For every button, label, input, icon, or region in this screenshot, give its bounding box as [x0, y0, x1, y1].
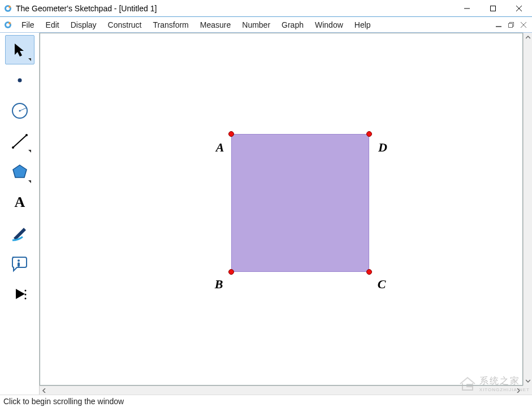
titlebar: The Geometer's Sketchpad - [Untitled 1] [0, 0, 532, 17]
vertical-scrollbar[interactable] [523, 33, 532, 386]
marker-icon [10, 223, 29, 243]
minimize-icon [464, 6, 470, 11]
chevron-left-icon [42, 388, 46, 393]
menu-file[interactable]: File [16, 18, 40, 32]
restore-icon [508, 22, 514, 28]
tool-point[interactable] [5, 66, 34, 95]
tool-palette: A [0, 33, 40, 395]
submenu-indicator-icon [28, 180, 31, 183]
scroll-up-button[interactable] [524, 33, 533, 42]
tool-compass[interactable] [5, 96, 34, 125]
tool-custom[interactable] [5, 279, 34, 309]
menu-measure[interactable]: Measure [194, 18, 236, 32]
app-icon [3, 4, 12, 13]
maximize-icon [490, 6, 496, 11]
menu-number[interactable]: Number [236, 18, 276, 32]
tool-text[interactable]: A [5, 188, 34, 217]
tool-information[interactable] [5, 249, 34, 278]
close-icon [521, 22, 526, 28]
workspace: A A D B C [0, 33, 532, 395]
polygon-icon [10, 162, 29, 181]
menu-edit[interactable]: Edit [40, 18, 65, 32]
arrow-icon [11, 41, 28, 58]
svg-text:A: A [14, 194, 25, 210]
menu-graph[interactable]: Graph [276, 18, 309, 32]
sketch-canvas[interactable]: A D B C [40, 33, 523, 386]
child-minimize-button[interactable] [494, 20, 504, 30]
status-bar: Click to begin scrolling the window [0, 395, 532, 407]
svg-rect-4 [491, 6, 496, 11]
label-C[interactable]: C [378, 277, 386, 292]
menu-construct[interactable]: Construct [102, 18, 148, 32]
dots-icon [24, 289, 29, 300]
minimize-button[interactable] [454, 0, 480, 17]
scrollbar-track[interactable] [524, 42, 532, 376]
compass-icon [10, 101, 29, 120]
svg-point-28 [24, 294, 26, 296]
point-B[interactable] [228, 269, 234, 275]
svg-line-19 [13, 135, 27, 148]
svg-point-20 [12, 146, 14, 149]
label-B[interactable]: B [215, 277, 223, 292]
svg-point-15 [18, 79, 21, 83]
text-icon: A [11, 194, 28, 211]
svg-line-18 [20, 108, 26, 111]
watermark-sub: XITONGZHIJIA.NET [479, 387, 530, 392]
child-restore-button[interactable] [506, 20, 516, 30]
maximize-button[interactable] [480, 0, 506, 17]
label-D[interactable]: D [378, 140, 387, 155]
tool-selection-arrow[interactable] [5, 35, 34, 64]
window-title: The Geometer's Sketchpad - [Untitled 1] [16, 4, 157, 13]
label-A[interactable]: A [216, 140, 224, 155]
horizontal-scrollbar[interactable] [40, 386, 523, 395]
menu-help[interactable]: Help [349, 18, 377, 32]
point-D[interactable] [366, 131, 372, 137]
svg-marker-22 [13, 165, 27, 177]
line-icon [10, 132, 29, 151]
scrollbar-track[interactable] [49, 386, 514, 395]
house-icon [459, 376, 476, 391]
tool-marker[interactable] [5, 218, 34, 248]
info-icon [10, 254, 29, 273]
child-close-button[interactable] [518, 20, 529, 30]
chevron-up-icon [526, 35, 530, 40]
submenu-indicator-icon [28, 150, 31, 153]
menubar: File Edit Display Construct Transform Me… [0, 17, 532, 33]
tool-polygon[interactable] [5, 157, 34, 187]
point-C[interactable] [366, 269, 372, 275]
svg-point-24 [18, 259, 20, 262]
watermark-text: 系统之家 [479, 375, 530, 387]
svg-point-21 [25, 134, 28, 136]
svg-rect-25 [18, 262, 20, 267]
submenu-indicator-icon [28, 58, 31, 61]
doc-icon[interactable] [3, 20, 12, 29]
point-A[interactable] [228, 131, 234, 137]
menu-window[interactable]: Window [309, 18, 349, 32]
menu-display[interactable]: Display [65, 18, 102, 32]
canvas-area: A D B C [40, 33, 532, 395]
scroll-left-button[interactable] [40, 386, 49, 395]
minimize-icon [496, 22, 501, 28]
svg-point-9 [8, 22, 11, 24]
svg-point-27 [24, 290, 26, 292]
menu-transform[interactable]: Transform [148, 18, 194, 32]
svg-point-2 [8, 6, 11, 8]
point-icon [11, 72, 28, 89]
svg-point-29 [24, 298, 26, 300]
svg-rect-12 [509, 23, 513, 27]
watermark: 系统之家 XITONGZHIJIA.NET [459, 375, 530, 392]
square-interior[interactable] [231, 134, 369, 272]
close-button[interactable] [506, 0, 532, 17]
close-icon [516, 6, 522, 11]
tool-straightedge[interactable] [5, 127, 34, 156]
status-text: Click to begin scrolling the window [3, 397, 124, 406]
